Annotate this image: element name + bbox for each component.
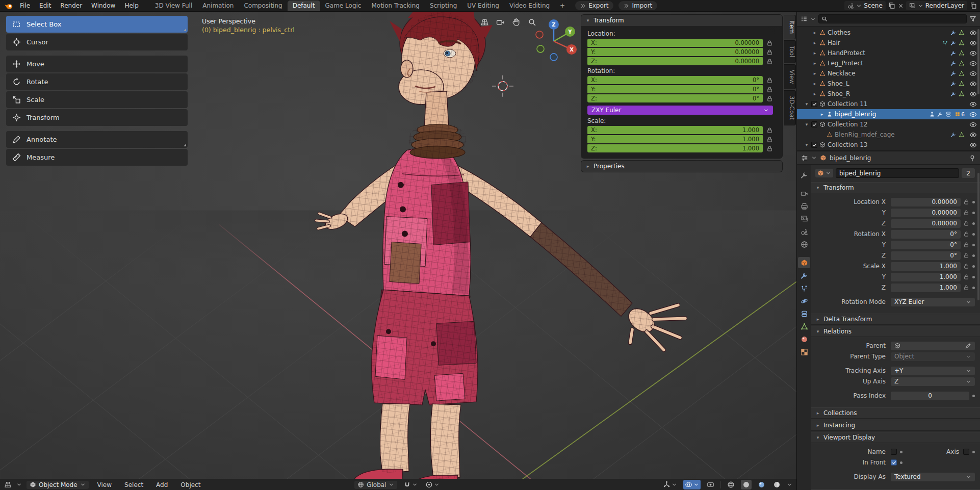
lock-icon[interactable] (963, 263, 969, 269)
outliner-scrollbar[interactable] (977, 29, 979, 94)
shading-solid-button[interactable] (741, 480, 752, 489)
tab-3d-view-full[interactable]: 3D View Full (150, 1, 198, 11)
tab-texture[interactable] (798, 346, 810, 357)
decorator-dot[interactable] (972, 451, 975, 453)
display-mode-icon[interactable] (801, 15, 808, 22)
decorator-dot[interactable] (972, 265, 975, 268)
tab-animation[interactable]: Animation (197, 1, 239, 11)
outliner-row-handprotect[interactable]: HandProtect (797, 48, 980, 58)
search-input[interactable] (830, 15, 964, 22)
tab-scripting[interactable]: Scripting (425, 1, 462, 11)
expand-arrow-icon[interactable] (812, 41, 817, 45)
scene-selector[interactable]: Scene (844, 1, 886, 10)
mesh-data-icon[interactable] (959, 40, 965, 46)
tab-material[interactable] (798, 333, 810, 345)
lock-icon[interactable] (766, 95, 773, 102)
hide-eye-icon[interactable] (969, 60, 977, 67)
camera-view-icon[interactable] (496, 18, 505, 27)
decorator-dot[interactable] (972, 254, 975, 257)
modifier-icon[interactable] (950, 60, 957, 66)
hide-eye-icon[interactable] (969, 121, 977, 128)
sidebar-tab-tool[interactable]: Tool (784, 40, 796, 63)
tab-scene[interactable] (798, 226, 810, 237)
menu-add[interactable]: Add (152, 480, 172, 489)
location-y-slider[interactable]: Y:0.00000 (587, 48, 763, 56)
xray-toggle[interactable] (705, 480, 716, 489)
scale-x-field[interactable]: 1.000 (891, 262, 961, 271)
scale-y-slider[interactable]: Y:1.000 (587, 135, 763, 143)
show-axis-checkbox[interactable] (963, 449, 969, 455)
menu-edit[interactable]: Edit (35, 1, 55, 10)
tab-view-layer[interactable] (798, 213, 810, 224)
tool-rotate[interactable]: Rotate (6, 73, 188, 90)
particles-icon[interactable] (942, 40, 948, 46)
gizmo-neg-y[interactable] (537, 45, 544, 53)
transform-panel-header[interactable]: Transform (581, 15, 782, 26)
hide-eye-icon[interactable] (969, 90, 977, 98)
lock-icon[interactable] (766, 49, 773, 56)
expand-arrow-icon[interactable] (812, 71, 817, 76)
tab-uv-editing[interactable]: UV Editing (462, 1, 504, 11)
menu-file[interactable]: File (16, 1, 34, 10)
pin-icon[interactable] (969, 154, 976, 162)
editor-type-icon[interactable] (4, 481, 12, 488)
mesh-data-icon[interactable] (959, 70, 965, 76)
tab-game-logic[interactable]: Game Logic (320, 1, 367, 11)
tab-compositing[interactable]: Compositing (239, 1, 287, 11)
modifier-icon[interactable] (950, 81, 957, 87)
export-button[interactable]: Export (575, 1, 613, 10)
rotation-z-slider[interactable]: Z:0° (587, 94, 763, 102)
tab-object-data[interactable] (798, 321, 810, 332)
overlays-toggle[interactable] (683, 480, 701, 489)
expand-arrow-icon[interactable] (804, 122, 809, 127)
chevron-down-icon[interactable] (811, 155, 817, 161)
expand-arrow-icon[interactable] (812, 82, 817, 86)
outliner-row-biped-blenrig[interactable]: biped_blenrig6 (797, 109, 980, 119)
snap-toggle[interactable] (402, 480, 419, 489)
decorator-dot[interactable] (972, 233, 975, 236)
outliner-row-shoe-r[interactable]: Shoe_R (797, 89, 980, 99)
decorator-dot[interactable] (972, 276, 975, 278)
tool-select-box[interactable]: Select Box (6, 16, 188, 33)
hide-eye-icon[interactable] (969, 49, 977, 57)
delta-transform-panel-header[interactable]: Delta Transform (811, 314, 980, 325)
mesh-data-icon[interactable] (959, 60, 965, 66)
tab-constraints[interactable] (798, 308, 810, 319)
decorator-dot[interactable] (972, 201, 975, 203)
display-as-dropdown[interactable]: Textured (891, 473, 975, 481)
location-x-slider[interactable]: X:0.00000 (587, 39, 763, 47)
properties-scrollbar[interactable] (977, 173, 979, 300)
outliner-row-collection-11[interactable]: Collection 11 (797, 99, 980, 109)
menu-object[interactable]: Object (176, 480, 204, 489)
viewport-display-panel-header[interactable]: Viewport Display (811, 432, 980, 443)
relations-panel-header[interactable]: Relations (811, 326, 980, 337)
rotation-x-slider[interactable]: X:0° (587, 76, 763, 84)
shading-rendered-button[interactable] (771, 480, 782, 489)
perspective-toggle-icon[interactable] (480, 18, 489, 27)
zoom-icon[interactable] (528, 18, 536, 27)
modifier-icon[interactable] (950, 30, 957, 36)
collection-checkbox[interactable] (811, 101, 817, 107)
tab-add-workspace[interactable]: + (555, 1, 570, 11)
menu-view[interactable]: View (93, 480, 116, 489)
tool-cursor[interactable]: Cursor (6, 34, 188, 50)
tab-world[interactable] (798, 239, 810, 250)
show-name-checkbox[interactable] (891, 449, 897, 455)
rotation-y-field[interactable]: -0° (891, 241, 961, 249)
decorator-dot[interactable] (972, 222, 975, 225)
lock-icon[interactable] (963, 199, 969, 205)
menu-window[interactable]: Window (87, 1, 119, 10)
transform-panel-header[interactable]: Transform (811, 182, 980, 193)
rotation-x-field[interactable]: 0° (891, 230, 961, 239)
unlink-scene-icon[interactable] (898, 3, 904, 9)
mesh-data-icon[interactable] (959, 50, 965, 56)
users-count-button[interactable]: 2 (962, 168, 975, 178)
mesh-data-icon[interactable] (959, 81, 965, 87)
tab-object[interactable] (798, 257, 810, 268)
new-render-layer-icon[interactable] (970, 2, 977, 9)
lock-icon[interactable] (963, 220, 969, 226)
tool-measure[interactable]: Measure (6, 149, 188, 166)
modifier-icon[interactable] (950, 132, 957, 138)
sidebar-tab-3dcoat[interactable]: 3D-Coat (784, 90, 796, 125)
tab-modifiers[interactable] (798, 270, 810, 281)
